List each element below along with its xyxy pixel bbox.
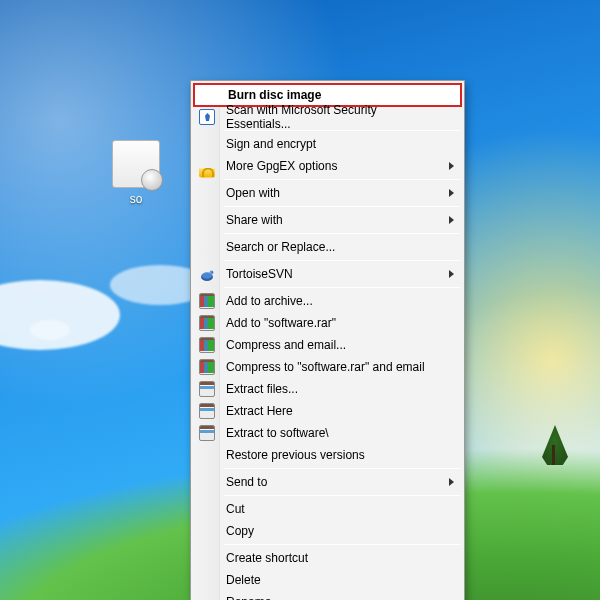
winrar-add-icon — [199, 315, 215, 331]
menu-item-open-with[interactable]: Open with — [193, 182, 462, 204]
menu-item-restore-previous-versions[interactable]: Restore previous versions — [193, 444, 462, 466]
winrar-add-icon — [199, 359, 215, 375]
menu-item-sign-and-encrypt[interactable]: Sign and encrypt — [193, 133, 462, 155]
winrar-add-icon — [199, 337, 215, 353]
iso-file-icon — [112, 140, 160, 188]
menu-item-more-gpgex-options[interactable]: More GpgEX options — [193, 155, 462, 177]
wallpaper-cloud — [0, 280, 120, 350]
menu-item-label: TortoiseSVN — [226, 267, 293, 281]
submenu-arrow-icon — [449, 162, 454, 170]
menu-separator — [224, 130, 460, 131]
menu-item-label: Add to "software.rar" — [226, 316, 336, 330]
submenu-arrow-icon — [449, 189, 454, 197]
menu-item-compress-and-email[interactable]: Compress and email... — [193, 334, 462, 356]
menu-item-label: Share with — [226, 213, 283, 227]
desktop-file[interactable]: so — [100, 140, 172, 206]
menu-separator — [224, 544, 460, 545]
lock-icon — [199, 169, 215, 178]
menu-item-label: Delete — [226, 573, 261, 587]
menu-item-rename[interactable]: Rename — [193, 591, 462, 600]
menu-item-label: More GpgEX options — [226, 159, 337, 173]
menu-item-label: Extract Here — [226, 404, 293, 418]
menu-item-label: Scan with Microsoft Security Essentials.… — [226, 103, 444, 131]
menu-item-extract-files[interactable]: Extract files... — [193, 378, 462, 400]
submenu-arrow-icon — [449, 478, 454, 486]
menu-separator — [224, 233, 460, 234]
menu-item-add-to-software-rar[interactable]: Add to "software.rar" — [193, 312, 462, 334]
menu-separator — [224, 468, 460, 469]
winrar-icon — [199, 381, 215, 397]
menu-item-label: Copy — [226, 524, 254, 538]
winrar-add-icon — [199, 293, 215, 309]
menu-item-label: Compress to "software.rar" and email — [226, 360, 425, 374]
menu-item-label: Create shortcut — [226, 551, 308, 565]
menu-separator — [224, 260, 460, 261]
menu-item-label: Cut — [226, 502, 245, 516]
menu-item-cut[interactable]: Cut — [193, 498, 462, 520]
tortoisesvn-icon — [199, 266, 215, 282]
menu-item-label: Send to — [226, 475, 267, 489]
menu-separator — [224, 495, 460, 496]
menu-separator — [224, 179, 460, 180]
menu-item-compress-to-software-rar-and-email[interactable]: Compress to "software.rar" and email — [193, 356, 462, 378]
menu-item-label: Search or Replace... — [226, 240, 335, 254]
menu-item-label: Restore previous versions — [226, 448, 365, 462]
svg-point-2 — [210, 271, 214, 275]
menu-item-copy[interactable]: Copy — [193, 520, 462, 542]
security-essentials-icon — [199, 109, 215, 125]
menu-item-extract-to-software[interactable]: Extract to software\ — [193, 422, 462, 444]
menu-item-scan-with-microsoft-security-essentials[interactable]: Scan with Microsoft Security Essentials.… — [193, 106, 462, 128]
wallpaper-cloud — [30, 320, 70, 340]
menu-item-label: Open with — [226, 186, 280, 200]
menu-separator — [224, 206, 460, 207]
menu-item-label: Compress and email... — [226, 338, 346, 352]
submenu-arrow-icon — [449, 216, 454, 224]
menu-item-label: Extract to software\ — [226, 426, 329, 440]
menu-item-create-shortcut[interactable]: Create shortcut — [193, 547, 462, 569]
menu-item-search-or-replace[interactable]: Search or Replace... — [193, 236, 462, 258]
menu-item-delete[interactable]: Delete — [193, 569, 462, 591]
winrar-icon — [199, 425, 215, 441]
menu-item-extract-here[interactable]: Extract Here — [193, 400, 462, 422]
menu-item-share-with[interactable]: Share with — [193, 209, 462, 231]
menu-separator — [224, 287, 460, 288]
submenu-arrow-icon — [449, 270, 454, 278]
svg-point-3 — [212, 271, 213, 272]
context-menu: Burn disc imageScan with Microsoft Secur… — [190, 80, 465, 600]
desktop-file-label: so — [100, 192, 172, 206]
menu-item-tortoisesvn[interactable]: TortoiseSVN — [193, 263, 462, 285]
menu-item-label: Burn disc image — [228, 88, 321, 102]
desktop[interactable]: so Burn disc imageScan with Microsoft Se… — [0, 0, 600, 600]
menu-item-label: Rename — [226, 595, 271, 600]
wallpaper-tree — [542, 425, 568, 465]
menu-item-label: Add to archive... — [226, 294, 313, 308]
menu-item-add-to-archive[interactable]: Add to archive... — [193, 290, 462, 312]
menu-item-label: Sign and encrypt — [226, 137, 316, 151]
winrar-icon — [199, 403, 215, 419]
menu-item-send-to[interactable]: Send to — [193, 471, 462, 493]
menu-item-label: Extract files... — [226, 382, 298, 396]
